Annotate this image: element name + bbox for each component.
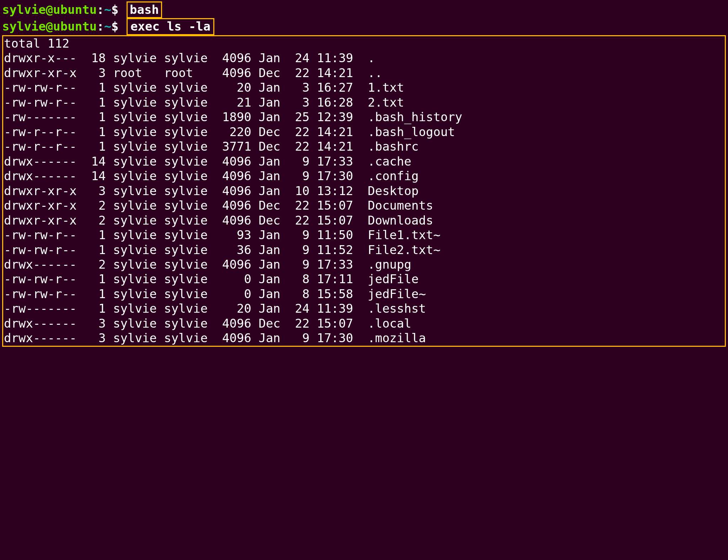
col-filename: .local <box>368 316 411 331</box>
col-size: 4096 <box>215 213 251 228</box>
col-size: 3771 <box>215 139 251 154</box>
col-links: 1 <box>84 272 106 286</box>
col-permissions: drwx------ <box>4 331 84 345</box>
col-day: 10 <box>288 184 309 198</box>
ls-output: drwxr-x---18 sylviesylvie4096 Jan24 11:3… <box>4 51 723 345</box>
col-filename: .cache <box>368 154 411 169</box>
col-time: 16:27 <box>317 80 360 95</box>
ls-row: -rw-r--r--1 sylviesylvie3771 Dec22 14:21… <box>4 139 723 154</box>
col-filename: jedFile <box>368 272 418 286</box>
col-filename: 2.txt <box>368 95 404 110</box>
col-permissions: -rw-rw-r-- <box>4 228 84 242</box>
col-time: 16:28 <box>317 95 360 110</box>
ls-row: -rw-rw-r--1 sylviesylvie0 Jan8 15:58 jed… <box>4 287 723 301</box>
col-filename: File2.txt~ <box>368 243 440 257</box>
col-month: Jan <box>258 272 288 286</box>
col-group: sylvie <box>164 257 215 272</box>
col-links: 3 <box>84 184 106 198</box>
col-group: sylvie <box>164 287 215 301</box>
col-filename: Desktop <box>368 184 418 198</box>
col-links: 2 <box>84 257 106 272</box>
col-time: 17:30 <box>317 169 360 183</box>
col-day: 22 <box>288 125 309 139</box>
prompt-line-1[interactable]: sylvie@ubuntu:~$ bash <box>2 1 726 18</box>
col-permissions: drwx------ <box>4 169 84 183</box>
col-permissions: -rw------- <box>4 110 84 124</box>
col-links: 2 <box>84 198 106 213</box>
col-owner: sylvie <box>113 198 164 213</box>
ls-row: drwxr-xr-x3 rootroot4096 Dec22 14:21 .. <box>4 66 723 80</box>
col-day: 24 <box>288 301 309 316</box>
col-group: sylvie <box>164 301 215 316</box>
prompt-path: ~ <box>104 19 111 33</box>
col-group: sylvie <box>164 198 215 213</box>
col-owner: sylvie <box>113 331 164 345</box>
prompt-host: ubuntu <box>53 2 97 17</box>
col-day: 3 <box>288 80 309 95</box>
prompt-line-2[interactable]: sylvie@ubuntu:~$ exec ls -la <box>2 18 726 35</box>
col-month: Jan <box>258 110 288 124</box>
col-month: Dec <box>258 198 288 213</box>
ls-row: drwxr-xr-x2 sylviesylvie4096 Dec22 15:07… <box>4 213 723 228</box>
col-owner: sylvie <box>113 316 164 331</box>
col-owner: sylvie <box>113 243 164 257</box>
col-links: 14 <box>84 154 106 169</box>
col-permissions: drwxr-xr-x <box>4 198 84 213</box>
col-day: 22 <box>288 139 309 154</box>
col-group: sylvie <box>164 169 215 183</box>
col-day: 22 <box>288 316 309 331</box>
col-links: 2 <box>84 213 106 228</box>
col-group: sylvie <box>164 95 215 110</box>
col-size: 4096 <box>215 169 251 183</box>
highlight-cmd-2: exec ls -la <box>127 18 214 35</box>
col-group: sylvie <box>164 110 215 124</box>
col-day: 9 <box>288 228 309 242</box>
col-month: Jan <box>258 154 288 169</box>
prompt-colon: : <box>97 19 104 33</box>
command-bash: bash <box>130 2 159 17</box>
col-size: 4096 <box>215 198 251 213</box>
col-day: 9 <box>288 257 309 272</box>
col-day: 22 <box>288 198 309 213</box>
col-filename: File1.txt~ <box>368 228 440 242</box>
col-month: Dec <box>258 316 288 331</box>
col-time: 11:52 <box>317 243 360 257</box>
col-permissions: -rw------- <box>4 301 84 316</box>
col-filename: Downloads <box>368 213 433 228</box>
col-links: 3 <box>84 316 106 331</box>
col-group: sylvie <box>164 316 215 331</box>
col-filename: .bash_history <box>368 110 462 124</box>
col-month: Jan <box>258 95 288 110</box>
col-month: Dec <box>258 213 288 228</box>
ls-row: drwx------14 sylviesylvie4096 Jan9 17:30… <box>4 169 723 183</box>
col-month: Jan <box>258 80 288 95</box>
col-filename: Documents <box>368 198 433 213</box>
col-permissions: drwxr-xr-x <box>4 66 84 80</box>
col-time: 15:58 <box>317 287 360 301</box>
col-owner: sylvie <box>113 80 164 95</box>
col-group: sylvie <box>164 154 215 169</box>
col-links: 1 <box>84 228 106 242</box>
col-owner: sylvie <box>113 228 164 242</box>
col-time: 14:21 <box>317 66 360 80</box>
col-day: 3 <box>288 95 309 110</box>
col-owner: sylvie <box>113 169 164 183</box>
col-owner: sylvie <box>113 287 164 301</box>
total-line: total 112 <box>4 36 723 51</box>
col-links: 3 <box>84 66 106 80</box>
col-size: 1890 <box>215 110 251 124</box>
col-group: sylvie <box>164 139 215 154</box>
col-group: sylvie <box>164 51 215 65</box>
prompt-dollar: $ <box>111 2 118 17</box>
prompt-colon: : <box>97 2 104 17</box>
prompt-at: @ <box>46 19 53 33</box>
col-size: 4096 <box>215 331 251 345</box>
col-day: 8 <box>288 272 309 286</box>
prompt-path: ~ <box>104 2 111 17</box>
col-group: root <box>164 66 215 80</box>
col-time: 17:33 <box>317 154 360 169</box>
col-filename: jedFile~ <box>368 287 426 301</box>
ls-row: -rw-rw-r--1 sylviesylvie21 Jan3 16:28 2.… <box>4 95 723 110</box>
col-owner: sylvie <box>113 257 164 272</box>
col-month: Jan <box>258 257 288 272</box>
